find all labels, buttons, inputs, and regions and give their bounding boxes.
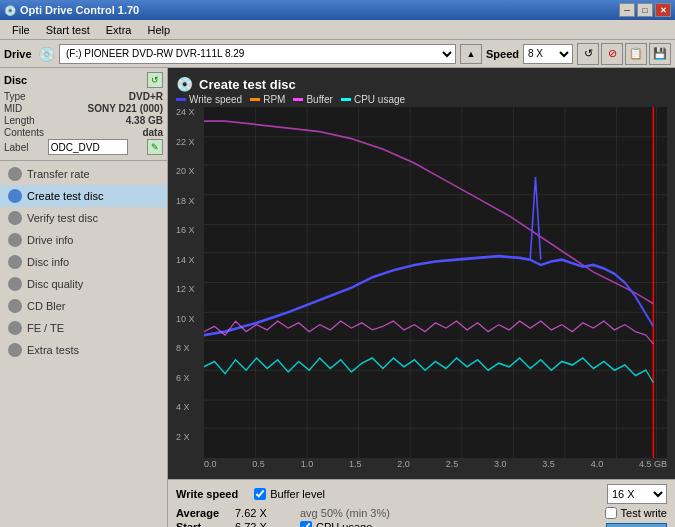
nav-label-create: Create test disc <box>27 190 103 202</box>
disc-panel: Disc ↺ Type DVD+R MID SONY D21 (000) Len… <box>0 68 167 161</box>
x-tick-3: 3.0 <box>494 459 507 469</box>
buffer-level-checkbox[interactable] <box>254 488 266 500</box>
main-content: Disc ↺ Type DVD+R MID SONY D21 (000) Len… <box>0 68 675 527</box>
eject-button[interactable]: ▲ <box>460 44 482 64</box>
nav-transfer-rate[interactable]: Transfer rate <box>0 163 167 185</box>
erase-icon[interactable]: ⊘ <box>601 43 623 65</box>
nav-icon-verify <box>8 211 22 225</box>
stat-start-value: 6.72 X <box>235 521 267 527</box>
y-tick-16: 16 X <box>176 225 202 235</box>
nav-label-extra: Extra tests <box>27 344 79 356</box>
cpu-usage-checkbox[interactable] <box>300 521 312 527</box>
disc-label-key: Label <box>4 142 28 153</box>
disc-contents-value: data <box>142 127 163 138</box>
copy-icon[interactable]: 📋 <box>625 43 647 65</box>
menu-extra[interactable]: Extra <box>98 22 140 38</box>
drive-header: Drive 💿 (F:) PIONEER DVD-RW DVR-111L 8.2… <box>0 40 675 68</box>
nav-label-cdbler: CD Bler <box>27 300 66 312</box>
y-tick-18: 18 X <box>176 196 202 206</box>
write-speed-label: Write speed <box>176 488 238 500</box>
speed-label: Speed <box>486 48 519 60</box>
nav-icon-quality <box>8 277 22 291</box>
x-tick-35: 3.5 <box>542 459 555 469</box>
nav-create-test-disc[interactable]: Create test disc <box>0 185 167 207</box>
speed-dropdown[interactable]: 16 X 8 X 12 X 16 X <box>607 484 667 504</box>
menu-file[interactable]: File <box>4 22 38 38</box>
y-tick-10: 10 X <box>176 314 202 324</box>
sidebar: Disc ↺ Type DVD+R MID SONY D21 (000) Len… <box>0 68 168 527</box>
title-bar-controls: ─ □ ✕ <box>619 3 671 17</box>
chart-disc-icon: 💿 <box>176 76 193 92</box>
disc-type-label: Type <box>4 91 26 102</box>
nav-section: Transfer rate Create test disc Verify te… <box>0 161 167 527</box>
x-tick-05: 0.5 <box>252 459 265 469</box>
menu-help[interactable]: Help <box>139 22 178 38</box>
disc-type-value: DVD+R <box>129 91 163 102</box>
avg-buffer-text: avg 50% (min 3%) <box>300 507 601 519</box>
nav-label-disc: Disc info <box>27 256 69 268</box>
nav-extra-tests[interactable]: Extra tests <box>0 339 167 361</box>
nav-icon-drive <box>8 233 22 247</box>
x-tick-1: 1.0 <box>301 459 314 469</box>
minimize-button[interactable]: ─ <box>619 3 635 17</box>
nav-label-drive: Drive info <box>27 234 73 246</box>
test-write-label: Test write <box>621 507 667 519</box>
disc-label-input[interactable] <box>48 139 128 155</box>
nav-disc-info[interactable]: Disc info <box>0 251 167 273</box>
toolbar-icons: ↺ ⊘ 📋 💾 <box>577 43 671 65</box>
menu-start-test[interactable]: Start test <box>38 22 98 38</box>
drive-select[interactable]: (F:) PIONEER DVD-RW DVR-111L 8.29 <box>59 44 456 64</box>
y-tick-6: 6 X <box>176 373 202 383</box>
chart-area: 💿 Create test disc Write speed RPM Buffe… <box>168 68 675 479</box>
drive-icon: 💿 <box>38 46 55 62</box>
close-button[interactable]: ✕ <box>655 3 671 17</box>
chart-title: Create test disc <box>199 77 296 92</box>
label-edit-button[interactable]: ✎ <box>147 139 163 155</box>
speed-select[interactable]: 8 X <box>523 44 573 64</box>
refresh-icon[interactable]: ↺ <box>577 43 599 65</box>
chart-svg <box>204 107 667 458</box>
buffer-level-group: Buffer level <box>254 488 325 500</box>
disc-contents-label: Contents <box>4 127 44 138</box>
legend-dot-rpm <box>250 98 260 101</box>
disc-header: Disc ↺ <box>4 72 163 88</box>
disc-label-row: Label ✎ <box>4 139 163 155</box>
menu-bar: File Start test Extra Help <box>0 20 675 40</box>
stat-start-label: Start <box>176 521 231 527</box>
x-tick-2: 2.0 <box>397 459 410 469</box>
y-tick-12: 12 X <box>176 284 202 294</box>
start-button[interactable]: Start <box>606 523 667 527</box>
cpu-usage-group: CPU usage <box>300 521 601 527</box>
maximize-button[interactable]: □ <box>637 3 653 17</box>
drive-label: Drive <box>4 48 34 60</box>
test-write-group: Test write <box>605 507 667 519</box>
nav-icon-fete <box>8 321 22 335</box>
legend-label-buffer: Buffer <box>306 94 333 105</box>
nav-fe-te[interactable]: FE / TE <box>0 317 167 339</box>
save-icon[interactable]: 💾 <box>649 43 671 65</box>
x-tick-4: 4.0 <box>591 459 604 469</box>
title-bar-left: 💿 Opti Drive Control 1.70 <box>4 4 139 16</box>
nav-drive-info[interactable]: Drive info <box>0 229 167 251</box>
title-bar: 💿 Opti Drive Control 1.70 ─ □ ✕ <box>0 0 675 20</box>
disc-type-row: Type DVD+R <box>4 91 163 102</box>
nav-disc-quality[interactable]: Disc quality <box>0 273 167 295</box>
nav-label-fete: FE / TE <box>27 322 64 334</box>
disc-refresh-button[interactable]: ↺ <box>147 72 163 88</box>
bottom-controls: Write speed Buffer level 16 X 8 X 12 X 1… <box>168 479 675 527</box>
nav-cd-bler[interactable]: CD Bler <box>0 295 167 317</box>
y-tick-20: 20 X <box>176 166 202 176</box>
nav-label-transfer: Transfer rate <box>27 168 90 180</box>
nav-label-verify: Verify test disc <box>27 212 98 224</box>
legend-cpu: CPU usage <box>341 94 405 105</box>
y-tick-8: 8 X <box>176 343 202 353</box>
legend-dot-buffer <box>293 98 303 101</box>
y-tick-22: 22 X <box>176 137 202 147</box>
nav-verify-test-disc[interactable]: Verify test disc <box>0 207 167 229</box>
legend-label-write: Write speed <box>189 94 242 105</box>
y-tick-2: 2 X <box>176 432 202 442</box>
disc-mid-label: MID <box>4 103 22 114</box>
nav-icon-extra <box>8 343 22 357</box>
test-write-checkbox[interactable] <box>605 507 617 519</box>
disc-length-label: Length <box>4 115 35 126</box>
